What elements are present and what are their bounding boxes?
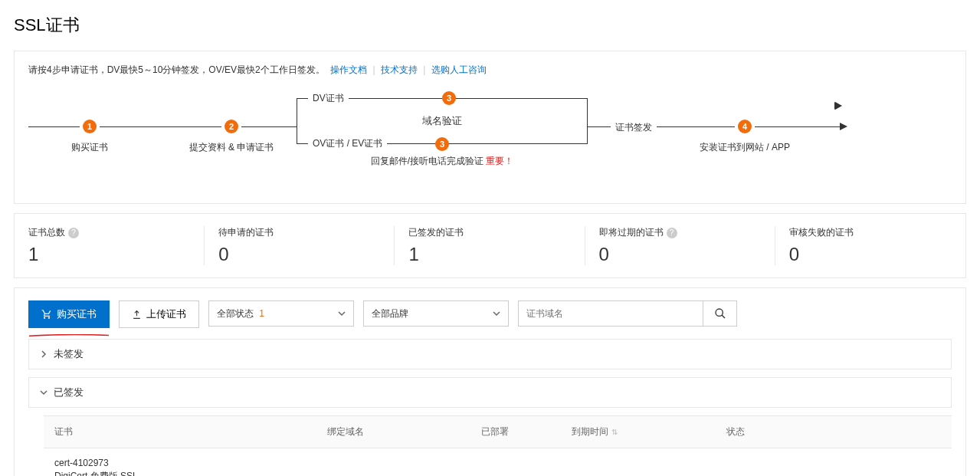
stat-total[interactable]: 证书总数? 1 <box>15 214 205 277</box>
search-wrap <box>518 300 737 327</box>
status-filter[interactable]: 全部状态 1 <box>208 300 354 327</box>
cert-list-panel: 购买证书 上传证书 全部状态 1 全部品牌 <box>14 287 966 476</box>
highlight-underline <box>29 327 109 330</box>
important-label: 重要！ <box>486 156 513 166</box>
verify-box: DV证书 3 域名验证 OV证书 / EV证书 3 回复邮件/接听电话完成验证 … <box>297 98 588 144</box>
divider: | <box>423 64 425 75</box>
issue-label: 证书签发 <box>611 121 657 134</box>
col-cert: 证书 <box>44 416 316 448</box>
link-consult[interactable]: 选购人工咨询 <box>431 64 487 75</box>
step-badge-2: 2 <box>225 120 238 133</box>
step-2-label: 提交资料 & 申请证书 <box>174 141 289 154</box>
step-badge-4: 4 <box>738 120 752 133</box>
cart-icon <box>41 309 52 320</box>
stat-value: 0 <box>599 244 762 265</box>
brand-filter[interactable]: 全部品牌 <box>363 300 509 327</box>
step-badge-3-bot: 3 <box>435 137 449 151</box>
chevron-down-icon <box>40 389 48 396</box>
dv-label: DV证书 <box>308 92 349 105</box>
upload-cert-button[interactable]: 上传证书 <box>119 300 199 328</box>
cell-deployed <box>470 448 562 477</box>
stat-value: 1 <box>408 244 571 265</box>
col-status: 状态 <box>716 416 870 448</box>
cell-status <box>716 448 870 477</box>
chevron-down-icon <box>338 310 346 317</box>
cell-domain <box>316 448 470 477</box>
status-count: 1 <box>259 308 264 319</box>
guide-panel: 请按4步申请证书，DV最快5～10分钟签发，OV/EV最快2个工作日签发。 操作… <box>14 51 966 204</box>
chevron-right-icon <box>40 350 48 358</box>
chevron-down-icon <box>493 310 500 317</box>
table-row[interactable]: cert-4102973 DigiCert 免费版 SSL <box>44 448 952 477</box>
ov-label: OV证书 / EV证书 <box>308 137 387 150</box>
step-badge-3-top: 3 <box>442 91 456 105</box>
link-doc[interactable]: 操作文档 <box>330 64 367 75</box>
divider: | <box>372 64 375 75</box>
stat-pending[interactable]: 待申请的证书 0 <box>205 214 395 277</box>
process-flow: 1 购买证书 2 提交资料 & 申请证书 DV证书 3 <box>28 98 952 154</box>
group-signed[interactable]: 已签发 <box>28 377 952 408</box>
help-icon[interactable]: ? <box>667 228 677 238</box>
domain-search-input[interactable] <box>519 301 703 326</box>
stat-value: 0 <box>789 244 952 265</box>
stat-issued[interactable]: 已签发的证书 1 <box>395 214 585 277</box>
cert-type: DigiCert 免费版 SSL <box>54 470 306 476</box>
search-button[interactable] <box>703 301 736 326</box>
stat-failed[interactable]: 审核失败的证书 0 <box>775 214 965 277</box>
buy-cert-button[interactable]: 购买证书 <box>28 300 110 328</box>
step-4-label: 安装证书到网站 / APP <box>680 141 810 154</box>
info-text: 请按4步申请证书，DV最快5～10分钟签发，OV/EV最快2个工作日签发。 <box>28 64 325 75</box>
verify-title: 域名验证 <box>422 115 462 126</box>
stat-value: 0 <box>218 244 381 265</box>
info-line: 请按4步申请证书，DV最快5～10分钟签发，OV/EV最快2个工作日签发。 操作… <box>28 64 952 77</box>
page-title: SSL证书 <box>14 14 966 37</box>
svg-point-0 <box>716 309 723 316</box>
group-unsigned[interactable]: 未签发 <box>28 339 952 369</box>
step-1-label: 购买证书 <box>51 141 128 154</box>
cert-id: cert-4102973 <box>54 458 306 468</box>
step-badge-1: 1 <box>83 120 97 133</box>
link-support[interactable]: 技术支持 <box>381 64 418 75</box>
toolbar: 购买证书 上传证书 全部状态 1 全部品牌 <box>28 300 952 328</box>
verify-bottom-text: 回复邮件/接听电话完成验证 重要！ <box>371 155 514 168</box>
stat-expiring[interactable]: 即将过期的证书? 0 <box>585 214 775 277</box>
col-deployed: 已部署 <box>470 416 562 448</box>
upload-icon <box>132 310 142 320</box>
stats-row: 证书总数? 1 待申请的证书 0 已签发的证书 1 即将过期的证书? 0 审核失… <box>14 213 966 278</box>
cert-table: 证书 绑定域名 已部署 到期时间⇅ 状态 cert-4102973 DigiCe… <box>44 415 952 476</box>
search-icon <box>714 307 726 320</box>
help-icon[interactable]: ? <box>68 228 79 238</box>
sort-icon: ⇅ <box>611 428 618 436</box>
col-domain: 绑定域名 <box>316 416 470 448</box>
col-expiry[interactable]: 到期时间⇅ <box>561 416 715 448</box>
cell-expiry <box>561 448 715 477</box>
stat-value: 1 <box>28 244 191 265</box>
